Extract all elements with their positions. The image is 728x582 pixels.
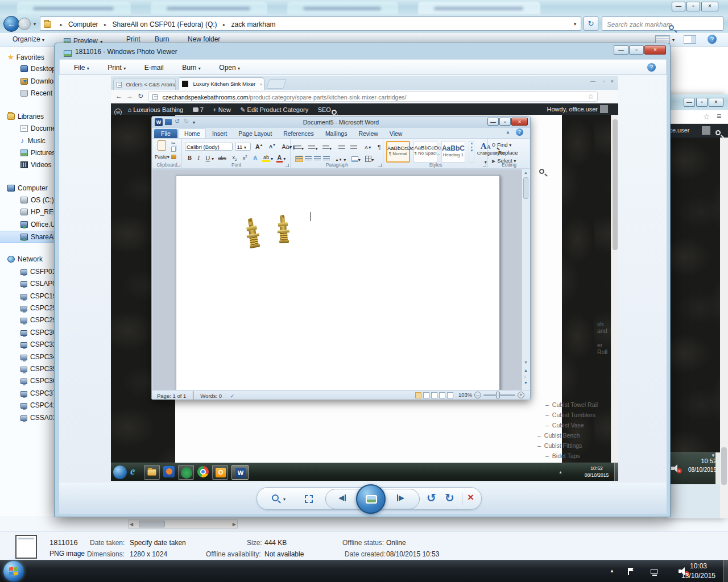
scrollbar-thumb[interactable]: [721, 447, 727, 485]
previous-button[interactable]: ◀: [338, 493, 346, 502]
inner-start-button[interactable]: [113, 465, 127, 479]
network-tray-icon[interactable]: [651, 569, 659, 576]
shrink-font-button[interactable]: A▼: [267, 143, 278, 150]
word-ribbon-tab[interactable]: References: [278, 129, 319, 138]
status-words[interactable]: Words: 0: [200, 393, 222, 399]
sidebar-header-computer[interactable]: Computer: [0, 182, 55, 194]
sidebar-item-desktop[interactable]: Desktop: [0, 63, 55, 75]
word-ribbon-tab[interactable]: Insert: [207, 129, 232, 138]
breadcrumb-computer[interactable]: Computer: [68, 20, 98, 28]
category-link[interactable]: –Bidet Taps: [530, 452, 618, 459]
subscript-button[interactable]: x2: [230, 154, 238, 162]
search-box[interactable]: Search zack markham: [602, 16, 723, 31]
search-icon[interactable]: [332, 110, 337, 115]
window-minimize-button[interactable]: —: [672, 2, 685, 11]
word-minimize-button[interactable]: —: [487, 118, 499, 126]
details-date-taken[interactable]: Specify date taken: [130, 539, 186, 547]
scrollbar-thumb[interactable]: [613, 119, 618, 250]
redo-icon[interactable]: ↻: [184, 118, 189, 125]
zoom-dropdown-icon[interactable]: ▾: [283, 497, 286, 502]
sidebar-item-office-user[interactable]: Office.Us: [0, 219, 55, 231]
sidebar-item-network-pc[interactable]: CSPC25: [0, 302, 55, 314]
sidebar-item-network-pc[interactable]: CSPC19: [0, 290, 55, 302]
style-normal[interactable]: AaBbCcDc¶ Normal: [386, 141, 410, 163]
previous-page-icon[interactable]: ▲: [524, 368, 528, 372]
inner-word-button-active[interactable]: W: [231, 465, 249, 480]
view-print-layout[interactable]: [415, 392, 421, 398]
strikethrough-button[interactable]: abc: [216, 155, 228, 161]
sidebar-header-network[interactable]: Network: [0, 253, 55, 265]
inner-wmp-icon[interactable]: [163, 466, 175, 477]
menu-file[interactable]: File ▾: [74, 64, 89, 72]
delete-button[interactable]: ×: [468, 491, 474, 504]
action-center-icon[interactable]: [628, 568, 635, 575]
view-outline[interactable]: [439, 392, 445, 398]
menu-icon[interactable]: ≡: [717, 111, 721, 120]
cut-icon[interactable]: ✂: [171, 140, 176, 146]
browse-object-icon[interactable]: ○: [524, 375, 526, 379]
sidebar-item-network-pc[interactable]: CSFP01: [0, 266, 55, 278]
category-link[interactable]: –Cubist Bench: [530, 432, 618, 439]
avatar[interactable]: [702, 126, 710, 135]
view-fullscreen[interactable]: [423, 392, 429, 398]
sidebar-header-favorites[interactable]: ★Favorites: [0, 51, 55, 63]
paste-button[interactable]: Paste▾: [155, 140, 168, 160]
play-slideshow-button[interactable]: [356, 484, 386, 514]
forward-button[interactable]: →: [18, 18, 31, 30]
sidebar-item-network-pc[interactable]: CSLAP05: [0, 278, 55, 290]
start-button[interactable]: [3, 561, 24, 581]
numbering-button[interactable]: [308, 145, 315, 150]
inner-minimize-icon[interactable]: —: [590, 78, 595, 84]
word-titlebar[interactable]: W ↺ ↻ ▾ Document5 - Microsoft Word — ▫ ×: [152, 117, 530, 128]
new-folder-button[interactable]: New folder: [188, 35, 220, 43]
wp-comments[interactable]: 7: [193, 106, 204, 113]
undo-icon[interactable]: ↺: [175, 118, 180, 125]
menu-burn[interactable]: Burn ▾: [182, 64, 201, 72]
tray-expand-icon[interactable]: ▲: [610, 568, 614, 573]
breadcrumb-user[interactable]: zack markham: [231, 20, 276, 28]
wp-howdy[interactable]: Howdy, office.user: [547, 103, 598, 115]
back-icon[interactable]: ←: [115, 92, 122, 100]
superscript-button[interactable]: x2: [241, 154, 249, 161]
show-paragraph-button[interactable]: ¶: [376, 144, 382, 151]
views-dropdown-icon[interactable]: ▾: [672, 38, 675, 43]
zoom-out-button[interactable]: —: [474, 392, 481, 398]
word-maximize-button[interactable]: ▫: [499, 118, 511, 126]
italic-button[interactable]: I: [196, 154, 201, 161]
organize-button[interactable]: Organize ▾: [13, 35, 44, 43]
shading-button[interactable]: [351, 156, 358, 162]
photo-viewer-titlebar[interactable]: 1811016 - Windows Photo Viewer — ▫ ×: [55, 43, 670, 59]
address-dropdown-icon[interactable]: ▾: [574, 18, 576, 31]
save-icon[interactable]: [165, 119, 172, 125]
window-close-button[interactable]: ×: [701, 2, 718, 11]
font-size-select[interactable]: 11 ▾: [235, 143, 251, 151]
word-help-button[interactable]: ?: [516, 128, 523, 136]
inner-tray-expand-icon[interactable]: ▲: [559, 470, 562, 474]
category-link[interactable]: –Cubist Vase: [530, 422, 618, 429]
sort-button[interactable]: A▼: [363, 144, 373, 151]
inner-page-scrollbar[interactable]: [611, 115, 618, 463]
copy-icon[interactable]: [171, 147, 176, 152]
spellcheck-icon[interactable]: ✓: [230, 393, 235, 399]
scroll-left-icon[interactable]: ◀: [130, 522, 133, 527]
view-draft[interactable]: [447, 392, 453, 398]
inner-clock[interactable]: 10:52 08/10/2015: [582, 465, 611, 478]
zoom-in-button[interactable]: +: [518, 392, 524, 398]
print-button[interactable]: Print: [126, 35, 140, 43]
scroll-up-icon[interactable]: ▲: [524, 171, 528, 174]
avatar[interactable]: [600, 105, 608, 113]
inner-maximize-icon[interactable]: ▫: [603, 78, 605, 84]
maximize-button[interactable]: ▫: [629, 45, 644, 55]
zoom-slider-thumb[interactable]: [496, 392, 500, 398]
word-page[interactable]: [176, 175, 500, 390]
browser-scrollbar[interactable]: [720, 138, 728, 518]
scrollbar-thumb[interactable]: [523, 177, 528, 199]
dropdown-icon[interactable]: ▾: [301, 146, 304, 151]
sidebar-item-downloads[interactable]: Downloa: [0, 76, 55, 88]
minimize-button[interactable]: —: [614, 45, 628, 55]
align-right-button[interactable]: [314, 156, 321, 161]
grow-font-button[interactable]: A▲: [254, 143, 265, 151]
word-ribbon-tab[interactable]: Review: [353, 129, 383, 138]
dialog-launcher[interactable]: [286, 164, 289, 167]
cut-link-fragment[interactable]: sh and: [597, 321, 607, 334]
